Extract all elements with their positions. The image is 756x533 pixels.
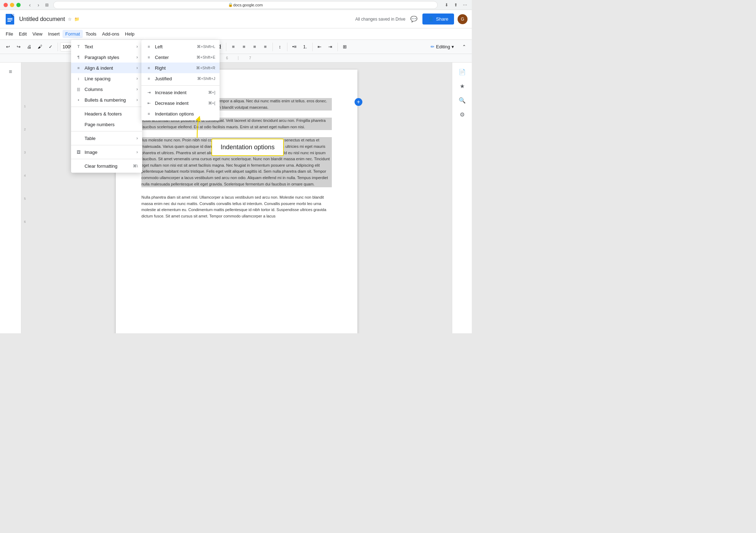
share-icon[interactable]: ⬆ — [453, 2, 459, 8]
page-ruler: 1 2 3 4 5 6 — [21, 63, 28, 333]
more-icon[interactable]: ⋯ — [462, 2, 468, 8]
menu-addons[interactable]: Add-ons — [99, 30, 122, 38]
numbers-button[interactable]: 1. — [300, 42, 310, 52]
menu-paragraph-styles[interactable]: ¶ Paragraph styles › — [71, 52, 142, 63]
share-button[interactable]: 👤 Share — [422, 14, 454, 25]
toolbar-separator-6 — [272, 43, 273, 51]
toolbar-separator-7 — [287, 43, 287, 51]
format-options-button[interactable]: ⊞ — [340, 42, 350, 52]
rs-docs-icon[interactable]: 📄 — [456, 65, 469, 78]
print-button[interactable]: 🖨 — [24, 42, 34, 52]
comment-icon[interactable]: 💬 — [409, 14, 419, 24]
format-paint-button[interactable]: 🖌 — [35, 42, 45, 52]
svg-rect-6 — [7, 21, 11, 22]
svg-rect-4 — [7, 18, 12, 19]
align-left-shortcut: ⌘+Shift+L — [197, 44, 215, 49]
menu-file[interactable]: File — [3, 30, 16, 38]
decrease-indent-item[interactable]: ⇤ Decrease indent ⌘+[ — [141, 98, 220, 108]
ruler-num-4: 3 — [21, 132, 28, 155]
back-button[interactable]: ‹ — [26, 1, 33, 9]
star-icon[interactable]: ☆ — [67, 16, 73, 22]
align-right-button[interactable]: ≡ — [250, 42, 260, 52]
menu-image[interactable]: 🖼 Image › — [71, 147, 142, 157]
menu-tools[interactable]: Tools — [83, 30, 99, 38]
menu-edit[interactable]: Edit — [16, 30, 29, 38]
toolbar-right: ✏ Editing ▾ ⌃ — [427, 42, 469, 52]
undo-button[interactable]: ↩ — [3, 42, 13, 52]
increase-indent-item[interactable]: ⇥ Increase indent ⌘+] — [141, 87, 220, 98]
spell-check-button[interactable]: ✓ — [45, 42, 55, 52]
avatar[interactable]: G — [458, 14, 468, 24]
decrease-indent-icon: ⇤ — [146, 100, 152, 106]
increase-indent-label: Increase indent — [155, 90, 205, 95]
align-justified-item[interactable]: ≡ Justified ⌘+Shift+J — [141, 73, 220, 84]
toolbar-separator-9 — [338, 43, 338, 51]
line-spacing-button[interactable]: ↕ — [275, 42, 285, 52]
align-left-button[interactable]: ≡ — [228, 42, 238, 52]
increase-indent-button[interactable]: ⇥ — [325, 42, 335, 52]
menu-view[interactable]: View — [29, 30, 45, 38]
menu-help[interactable]: Help — [122, 30, 137, 38]
decrease-indent-label: Decrease indent — [155, 101, 205, 106]
app-logo — [4, 14, 16, 25]
header-right: All changes saved in Drive 💬 👤 Share G — [355, 14, 468, 25]
headers-label: Headers & footers — [85, 111, 138, 117]
menu-clear-formatting[interactable]: Clear formatting ⌘\ — [71, 161, 142, 171]
menu-text[interactable]: T Text › — [71, 41, 142, 52]
indentation-options-item[interactable]: ≡ Indentation options — [141, 108, 220, 119]
collapse-button[interactable]: ⌃ — [459, 42, 469, 52]
line-spacing-label: Line spacing — [85, 76, 134, 81]
rs-settings-icon[interactable]: ⚙ — [456, 108, 469, 121]
rs-star-icon[interactable]: ★ — [456, 80, 469, 92]
decrease-indent-button[interactable]: ⇤ — [315, 42, 325, 52]
align-justify-button[interactable]: ≡ — [260, 42, 270, 52]
text-label: Text — [85, 44, 134, 49]
redo-button[interactable]: ↪ — [14, 42, 23, 52]
download-icon[interactable]: ⬇ — [443, 2, 450, 8]
sidebar-outline-icon[interactable]: ≡ — [4, 65, 17, 78]
minimize-button[interactable] — [10, 3, 14, 7]
align-right-label: Right — [155, 65, 193, 71]
clear-formatting-label: Clear formatting — [85, 163, 130, 169]
paragraph-styles-label: Paragraph styles — [85, 55, 134, 60]
align-center-item[interactable]: ≡ Center ⌘+Shift+E — [141, 52, 220, 63]
menu-columns[interactable]: ||| Columns › — [71, 84, 142, 95]
text-arrow-icon: › — [136, 44, 138, 49]
menu-sep-3 — [71, 145, 142, 145]
menu-bullets-numbering[interactable]: • Bullets & numbering › — [71, 95, 142, 105]
menu-format[interactable]: Format — [63, 30, 83, 38]
editing-label: Editing — [436, 44, 450, 49]
image-arrow-icon: › — [136, 150, 138, 155]
folder-icon[interactable]: 📁 — [74, 16, 80, 22]
maximize-button[interactable] — [16, 3, 21, 7]
toolbar-separator-1 — [58, 43, 58, 51]
format-menu: T Text › ¶ Paragraph styles › ≡ Align & … — [71, 40, 142, 173]
menu-table[interactable]: Table › — [71, 133, 142, 144]
align-left-label: Left — [155, 44, 194, 49]
lock-icon: 🔒 — [228, 2, 233, 7]
menu-headers-footers[interactable]: Headers & footers — [71, 108, 142, 119]
menu-align-indent[interactable]: ≡ Align & indent › — [71, 63, 142, 73]
doc-title-text[interactable]: Untitled document — [19, 16, 65, 22]
align-right-item[interactable]: ≡ Right ⌘+Shift+R — [141, 63, 220, 73]
menu-sep-1 — [71, 107, 142, 107]
bullets-button[interactable]: •≡ — [290, 42, 299, 52]
pencil-icon: ✏ — [431, 44, 434, 49]
ruler-num-7: 6 — [21, 201, 28, 224]
headers-icon — [75, 111, 82, 117]
share-icon: 👤 — [428, 16, 434, 22]
decrease-indent-shortcut: ⌘+[ — [208, 101, 215, 106]
add-content-button[interactable]: + — [355, 98, 362, 106]
menu-line-spacing[interactable]: ↕ Line spacing › — [71, 73, 142, 84]
rs-search-icon[interactable]: 🔍 — [456, 94, 469, 107]
tab-expand-button[interactable]: ⊞ — [43, 1, 50, 9]
forward-button[interactable]: › — [35, 1, 42, 9]
menu-page-numbers[interactable]: Page numbers — [71, 119, 142, 130]
align-center-button[interactable]: ≡ — [239, 42, 249, 52]
menu-insert[interactable]: Insert — [45, 30, 63, 38]
close-button[interactable] — [4, 3, 8, 7]
editing-mode-button[interactable]: ✏ Editing ▾ — [427, 43, 458, 51]
url-bar[interactable]: 🔒 docs.google.com — [53, 1, 438, 9]
share-label: Share — [436, 16, 448, 22]
align-left-item[interactable]: ≡ Left ⌘+Shift+L — [141, 41, 220, 52]
